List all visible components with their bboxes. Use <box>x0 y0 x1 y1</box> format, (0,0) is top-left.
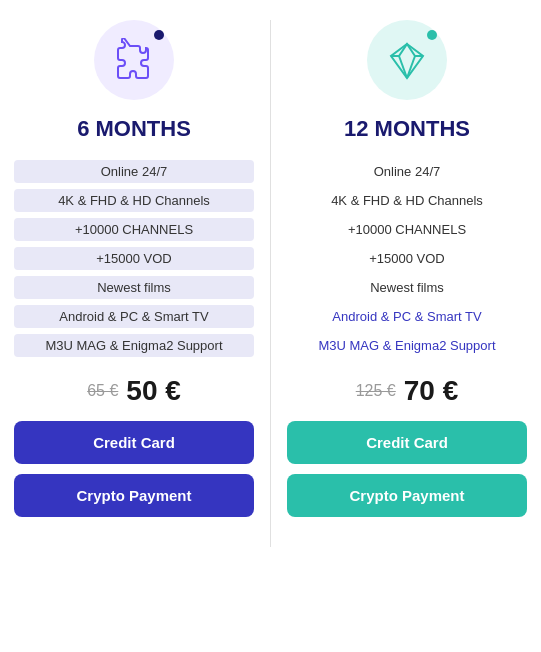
plan-card-12months: 12 MONTHS Online 24/74K & FHD & HD Chann… <box>287 20 527 547</box>
feature-item-1-4: Newest films <box>287 276 527 299</box>
new-price-12months: 70 € <box>404 375 459 407</box>
feature-item-1-6: M3U MAG & Enigma2 Support <box>287 334 527 357</box>
plans-container: 6 MONTHS Online 24/74K & FHD & HD Channe… <box>10 20 531 547</box>
credit-card-button-6months[interactable]: Credit Card <box>14 421 254 464</box>
feature-item-1-3: +15000 VOD <box>287 247 527 270</box>
feature-item-1-1: 4K & FHD & HD Channels <box>287 189 527 212</box>
plans-divider <box>270 20 271 547</box>
feature-item-1-0: Online 24/7 <box>287 160 527 183</box>
plan-icon-12months <box>367 20 447 100</box>
feature-item-0-5: Android & PC & Smart TV <box>14 305 254 328</box>
price-row-6months: 65 € 50 € <box>87 375 181 407</box>
old-price-6months: 65 € <box>87 382 118 400</box>
feature-item-0-1: 4K & FHD & HD Channels <box>14 189 254 212</box>
feature-item-1-2: +10000 CHANNELS <box>287 218 527 241</box>
feature-item-0-4: Newest films <box>14 276 254 299</box>
features-list-12months: Online 24/74K & FHD & HD Channels+10000 … <box>287 160 527 357</box>
features-list-6months: Online 24/74K & FHD & HD Channels+10000 … <box>14 160 254 357</box>
plan-title-6months: 6 MONTHS <box>77 116 191 142</box>
feature-item-1-5: Android & PC & Smart TV <box>287 305 527 328</box>
feature-item-0-3: +15000 VOD <box>14 247 254 270</box>
feature-item-0-2: +10000 CHANNELS <box>14 218 254 241</box>
plan-title-12months: 12 MONTHS <box>344 116 470 142</box>
svg-marker-0 <box>391 44 423 78</box>
crypto-payment-button-12months[interactable]: Crypto Payment <box>287 474 527 517</box>
price-row-12months: 125 € 70 € <box>356 375 459 407</box>
plan-icon-6months <box>94 20 174 100</box>
plan-card-6months: 6 MONTHS Online 24/74K & FHD & HD Channe… <box>14 20 254 547</box>
feature-item-0-0: Online 24/7 <box>14 160 254 183</box>
crypto-payment-button-6months[interactable]: Crypto Payment <box>14 474 254 517</box>
icon-dot-12months <box>427 30 437 40</box>
credit-card-button-12months[interactable]: Credit Card <box>287 421 527 464</box>
old-price-12months: 125 € <box>356 382 396 400</box>
feature-item-0-6: M3U MAG & Enigma2 Support <box>14 334 254 357</box>
icon-dot-6months <box>154 30 164 40</box>
new-price-6months: 50 € <box>126 375 181 407</box>
